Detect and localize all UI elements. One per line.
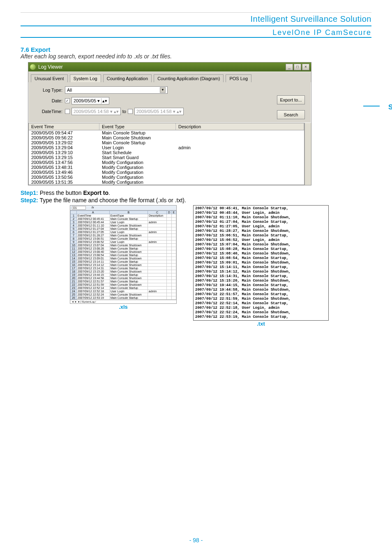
section-heading: 7.6 Export — [21, 46, 371, 53]
txt-example: 2007/09/12 00:45:41, Main Console Startu… — [193, 205, 329, 327]
log-row[interactable]: 2009/05/05 13:29:10Start Schedule — [29, 150, 304, 155]
tab-counting-app-diagram[interactable]: Counting Application (Diagram) — [154, 74, 224, 82]
txt-caption: .txt — [193, 321, 329, 327]
log-list[interactable]: 2009/05/05 09:54:47Main Console Startup2… — [28, 130, 304, 185]
page-number: - 98 - — [0, 537, 392, 543]
chevron-down-icon: ▼ — [160, 87, 166, 93]
datetime-to-value: 2009/05/05 14:58 — [136, 109, 172, 114]
close-button[interactable]: × — [302, 64, 309, 70]
logtype-label: Log Type: — [35, 88, 62, 92]
app-icon — [30, 64, 36, 70]
log-row[interactable]: 2009/05/05 09:54:47Main Console Startup — [29, 130, 304, 135]
step1-text-b: . — [108, 190, 110, 196]
step1-text-a: Press the button — [38, 190, 83, 196]
log-row[interactable]: 2009/05/05 13:47:56Modify Configuration — [29, 160, 304, 165]
log-row[interactable]: 2009/05/05 13:29:15Start Smart Guard — [29, 155, 304, 160]
xls-table: ABCDE1EventTimeEventTypeDescription22007… — [70, 210, 176, 300]
callout-step1: Step 1 — [388, 103, 392, 111]
list-scrollbar[interactable] — [304, 123, 311, 185]
datetime-from-checkbox[interactable] — [65, 109, 70, 114]
fx-label: fx — [92, 206, 94, 210]
tab-counting-app[interactable]: Counting Application — [103, 74, 152, 82]
tab-bar: Unusual Event System Log Counting Applic… — [28, 72, 311, 82]
section-desc: After each log search, export needed inf… — [21, 53, 371, 60]
date-field[interactable]: 2009/05/05 ▾ ▴▾ — [71, 97, 109, 104]
export-to-button[interactable]: Export to... — [277, 95, 305, 104]
logtype-value: All — [67, 88, 72, 92]
date-value: 2009/05/05 — [74, 98, 96, 103]
log-row[interactable]: 2009/05/05 13:51:35Modify Configuration — [29, 180, 304, 185]
step1-line: Step1: Press the button Export to. — [21, 190, 371, 196]
step1-label: Step1: — [21, 190, 38, 196]
maximize-button[interactable]: □ — [294, 64, 301, 70]
list-header: Event Time Event Type Description — [28, 123, 304, 130]
log-row[interactable]: 2009/05/05 13:29:04User Loginadmin — [29, 145, 304, 150]
date-checkbox[interactable]: ✓ — [65, 98, 70, 103]
log-viewer-dialog: Log Viewer _ □ × Unusual Event System Lo… — [28, 62, 311, 185]
datetime-from-field[interactable]: 2009/05/05 14:58 ▾ ▴▾ — [71, 108, 121, 115]
doc-title: Intelligent Surveillance Solution — [21, 14, 371, 24]
col-description[interactable]: Description — [176, 123, 304, 130]
window-title: Log Viewer — [38, 64, 63, 70]
callout-line — [363, 106, 380, 106]
xls-example: D1fx ABCDE1EventTimeEventTypeDescription… — [70, 205, 177, 310]
tab-unusual-event[interactable]: Unusual Event — [31, 74, 68, 82]
to-label: to — [122, 109, 126, 114]
date-label: Date: — [35, 98, 62, 103]
step2-text: Type the file name and choose the file f… — [38, 197, 186, 204]
datetime-label: DateTime: — [35, 109, 62, 114]
col-event-time[interactable]: Event Time — [29, 123, 99, 130]
search-button[interactable]: Search — [277, 110, 305, 119]
datetime-from-value: 2009/05/05 14:58 — [74, 109, 109, 114]
log-row[interactable]: 2009/05/05 13:50:56Modify Configuration — [29, 175, 304, 180]
doc-subtitle: LevelOne IP CamSecure — [21, 28, 371, 37]
tab-pos-log[interactable]: POS Log — [226, 74, 251, 82]
log-row[interactable]: 2009/05/05 13:48:31Modify Configuration — [29, 165, 304, 170]
xls-caption: .xls — [70, 304, 177, 310]
xls-cellref: D1 — [72, 206, 86, 210]
step2-label: Step2: — [21, 197, 38, 204]
log-row[interactable]: 2009/05/05 13:49:46Modify Configuration — [29, 170, 304, 175]
logtype-dropdown[interactable]: All ▼ — [65, 86, 168, 94]
xls-sheet: SystemLog — [82, 301, 95, 303]
tab-system-log[interactable]: System Log — [70, 74, 101, 82]
minimize-button[interactable]: _ — [286, 64, 293, 70]
log-row[interactable]: 2009/05/05 13:29:02Main Console Startup — [29, 140, 304, 145]
log-row[interactable]: 2009/05/05 09:56:22Main Console Shutdown — [29, 135, 304, 140]
step2-line: Step2: Type the file name and choose the… — [21, 197, 371, 204]
step1-bold: Export to — [83, 190, 108, 196]
datetime-to-field[interactable]: 2009/05/05 14:58 ▾ ▴▾ — [134, 108, 184, 115]
col-event-type[interactable]: Event Type — [99, 123, 176, 130]
txt-box: 2007/09/12 00:45:41, Main Console Startu… — [193, 205, 329, 321]
datetime-to-checkbox[interactable] — [128, 109, 133, 114]
titlebar[interactable]: Log Viewer _ □ × — [28, 62, 311, 72]
